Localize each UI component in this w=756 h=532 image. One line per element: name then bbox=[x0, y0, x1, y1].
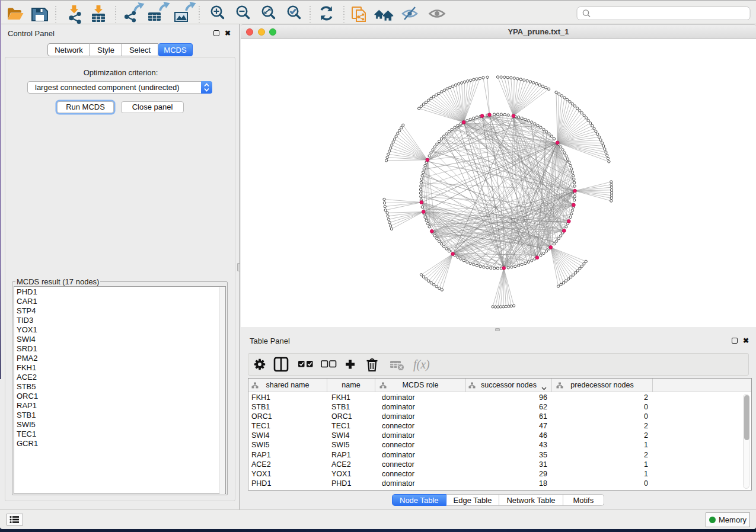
svg-text:f(x): f(x) bbox=[413, 358, 430, 371]
